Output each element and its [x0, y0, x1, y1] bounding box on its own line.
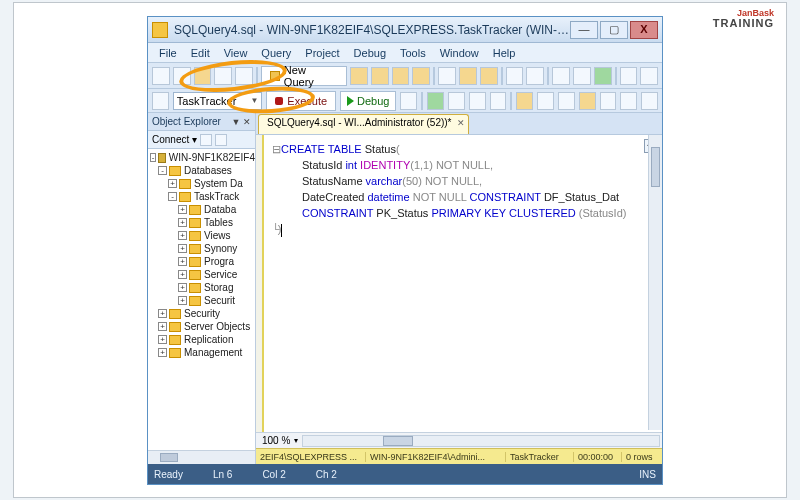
debug-button[interactable]: Debug	[340, 91, 396, 111]
cut-icon[interactable]	[438, 67, 456, 85]
query-tab[interactable]: SQLQuery4.sql - WI...Administrator (52))…	[258, 114, 469, 134]
expand-icon[interactable]: +	[178, 257, 187, 266]
open-icon[interactable]	[173, 67, 191, 85]
save-all-icon[interactable]	[235, 67, 253, 85]
tree-node[interactable]: +Security	[148, 307, 255, 320]
tool-icon[interactable]	[558, 92, 575, 110]
maximize-button[interactable]: ▢	[600, 21, 628, 39]
redo-icon[interactable]	[526, 67, 544, 85]
tool-icon[interactable]	[579, 92, 596, 110]
panel-tools[interactable]: ▼ ✕	[232, 117, 251, 127]
tree-node[interactable]: +System Da	[148, 177, 255, 190]
menu-help[interactable]: Help	[488, 45, 521, 61]
tree-node[interactable]: +Synony	[148, 242, 255, 255]
tool-icon[interactable]	[448, 92, 465, 110]
menu-project[interactable]: Project	[300, 45, 344, 61]
expand-icon[interactable]: +	[178, 244, 187, 253]
new-query-button[interactable]: New Query	[261, 66, 347, 86]
open-file-icon[interactable]	[194, 67, 212, 85]
menu-query[interactable]: Query	[256, 45, 296, 61]
zoom-level[interactable]: 100 %	[258, 435, 294, 446]
tool-icon[interactable]	[552, 67, 570, 85]
expand-icon[interactable]: +	[158, 348, 167, 357]
app-icon	[152, 22, 168, 38]
tree-node[interactable]: +Tables	[148, 216, 255, 229]
sql-editor[interactable]: ✥ ⊟CREATE TABLE Status( StatusId int IDE…	[256, 135, 662, 432]
tool-icon[interactable]	[641, 92, 658, 110]
tool-icon[interactable]	[600, 92, 617, 110]
sql-editor-toolbar: TaskTracker ▼ Execute Debug	[148, 89, 662, 113]
expand-icon[interactable]: +	[178, 296, 187, 305]
tool-icon[interactable]	[200, 134, 212, 146]
collapse-icon[interactable]: -	[168, 192, 177, 201]
tool-icon[interactable]	[516, 92, 533, 110]
tree-databases-node[interactable]: -Databases	[148, 164, 255, 177]
menu-view[interactable]: View	[219, 45, 253, 61]
tree-node[interactable]: +Storag	[148, 281, 255, 294]
tool-icon[interactable]	[215, 134, 227, 146]
close-tab-icon[interactable]: ✕	[457, 118, 465, 128]
expand-icon[interactable]: +	[158, 335, 167, 344]
menu-tools[interactable]: Tools	[395, 45, 431, 61]
copy-icon[interactable]	[459, 67, 477, 85]
tool-icon[interactable]	[537, 92, 554, 110]
undo-icon[interactable]	[506, 67, 524, 85]
tree-node[interactable]: +Views	[148, 229, 255, 242]
tool-icon[interactable]	[152, 92, 169, 110]
tree-node[interactable]: +Securit	[148, 294, 255, 307]
database-selector[interactable]: TaskTracker ▼	[173, 92, 263, 110]
horizontal-scrollbar[interactable]	[148, 450, 255, 464]
expand-icon[interactable]: +	[178, 231, 187, 240]
tool-icon[interactable]	[392, 67, 410, 85]
save-icon[interactable]	[214, 67, 232, 85]
tree-node[interactable]: +Management	[148, 346, 255, 359]
object-tree[interactable]: -WIN-9NF1K82EIF4 -Databases +System Da -…	[148, 149, 255, 450]
parse-icon[interactable]	[427, 92, 444, 110]
tree-tasktracker-node[interactable]: -TaskTrack	[148, 190, 255, 203]
title-bar[interactable]: SQLQuery4.sql - WIN-9NF1K82EIF4\SQLEXPRE…	[148, 17, 662, 43]
tool-icon[interactable]	[412, 67, 430, 85]
tree-node[interactable]: +Progra	[148, 255, 255, 268]
paste-icon[interactable]	[480, 67, 498, 85]
vertical-scrollbar[interactable]	[648, 135, 662, 430]
minimize-button[interactable]: —	[570, 21, 598, 39]
tool-icon[interactable]	[469, 92, 486, 110]
expand-icon[interactable]: +	[178, 283, 187, 292]
object-explorer-titlebar[interactable]: Object Explorer ▼ ✕	[148, 113, 255, 131]
start-icon[interactable]	[594, 67, 612, 85]
collapse-icon[interactable]: -	[158, 166, 167, 175]
expand-icon[interactable]: +	[178, 270, 187, 279]
execute-button[interactable]: Execute	[266, 91, 336, 111]
tool-icon[interactable]	[620, 67, 638, 85]
tree-node[interactable]: +Databa	[148, 203, 255, 216]
expand-icon[interactable]: +	[178, 205, 187, 214]
menu-edit[interactable]: Edit	[186, 45, 215, 61]
expand-icon[interactable]: +	[168, 179, 177, 188]
scrollbar-thumb[interactable]	[383, 436, 413, 446]
expand-icon[interactable]: +	[158, 309, 167, 318]
menu-file[interactable]: File	[154, 45, 182, 61]
expand-icon[interactable]: +	[158, 322, 167, 331]
stop-icon[interactable]	[400, 92, 417, 110]
tree-node[interactable]: +Replication	[148, 333, 255, 346]
new-project-icon[interactable]	[152, 67, 170, 85]
tool-icon[interactable]	[350, 67, 368, 85]
tool-icon[interactable]	[640, 67, 658, 85]
connect-toolbar[interactable]: Connect ▾	[148, 131, 255, 149]
tool-icon[interactable]	[371, 67, 389, 85]
tree-node[interactable]: +Server Objects	[148, 320, 255, 333]
tree-node[interactable]: +Service	[148, 268, 255, 281]
scrollbar-thumb[interactable]	[160, 453, 178, 462]
menu-debug[interactable]: Debug	[349, 45, 391, 61]
close-button[interactable]: X	[630, 21, 658, 39]
tool-icon[interactable]	[573, 67, 591, 85]
scrollbar-thumb[interactable]	[651, 147, 660, 187]
menu-window[interactable]: Window	[435, 45, 484, 61]
tree-server-node[interactable]: -WIN-9NF1K82EIF4	[148, 151, 255, 164]
tool-icon[interactable]	[620, 92, 637, 110]
app-status-bar: Ready Ln 6 Col 2 Ch 2 INS	[148, 464, 662, 484]
tool-icon[interactable]	[490, 92, 507, 110]
expand-icon[interactable]: +	[178, 218, 187, 227]
horizontal-scrollbar[interactable]	[302, 435, 660, 447]
collapse-icon[interactable]: -	[150, 153, 156, 162]
